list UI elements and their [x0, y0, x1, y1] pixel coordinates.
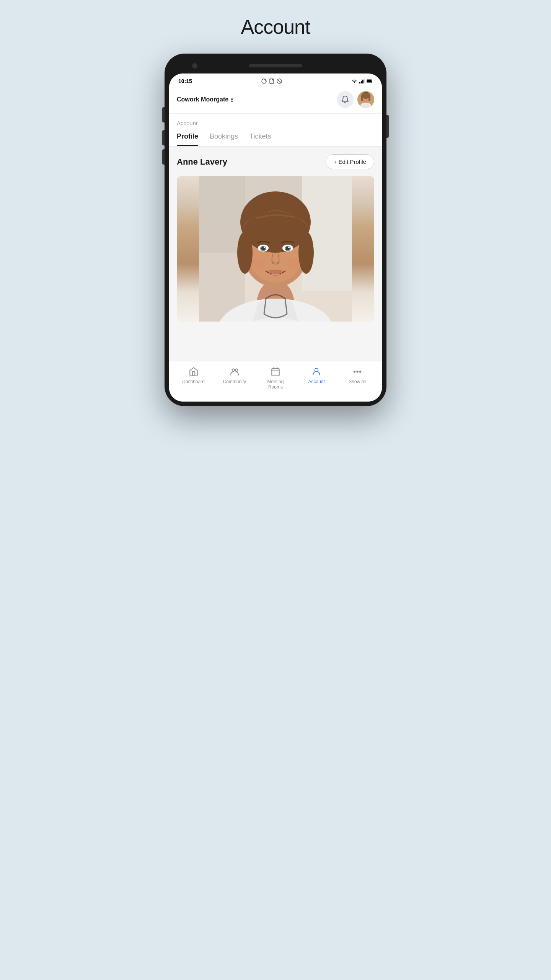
svg-point-41 — [286, 258, 300, 267]
account-label: Account — [169, 114, 382, 128]
svg-point-50 — [357, 371, 358, 372]
svg-rect-7 — [361, 81, 362, 83]
svg-rect-3 — [272, 79, 273, 80]
svg-rect-16 — [361, 96, 363, 101]
svg-point-51 — [360, 371, 361, 372]
svg-point-43 — [235, 369, 238, 371]
community-icon — [230, 367, 240, 377]
workspace-selector[interactable]: Cowork Moorgate ▾ — [177, 96, 233, 103]
block-status-icon — [276, 78, 282, 84]
svg-rect-9 — [364, 78, 365, 83]
account-section: Account Profile Bookings Tickets — [169, 114, 382, 147]
profile-header-row: Anne Lavery + Edit Profile — [177, 154, 374, 169]
wifi-icon — [351, 78, 357, 84]
svg-rect-1 — [270, 79, 274, 83]
tab-tickets[interactable]: Tickets — [249, 128, 271, 146]
tabs-row: Profile Bookings Tickets — [169, 128, 382, 147]
user-name: Anne Lavery — [177, 157, 227, 167]
tab-bookings[interactable]: Bookings — [210, 128, 238, 146]
signal-icon — [359, 78, 365, 84]
svg-point-49 — [354, 371, 355, 372]
nav-label-show-all: Show All — [349, 379, 366, 384]
bell-icon — [341, 95, 349, 104]
svg-rect-21 — [302, 176, 352, 291]
nav-item-account[interactable]: Account — [303, 367, 330, 384]
status-time: 10:15 — [178, 78, 192, 84]
profile-content: Anne Lavery + Edit Profile — [169, 147, 382, 361]
header-actions — [337, 91, 374, 108]
chevron-down-icon: ▾ — [231, 97, 233, 102]
nav-label-community: Community — [223, 379, 246, 384]
profile-photo-svg — [177, 176, 374, 322]
svg-point-39 — [276, 261, 280, 264]
calendar-icon — [271, 367, 280, 377]
nav-item-community[interactable]: Community — [221, 367, 248, 384]
more-icon — [352, 367, 362, 377]
phone-top-bar — [169, 58, 382, 74]
svg-rect-17 — [368, 96, 370, 101]
svg-point-37 — [288, 247, 290, 248]
page-title: Account — [241, 15, 310, 38]
svg-rect-2 — [271, 79, 271, 80]
svg-point-28 — [237, 232, 253, 274]
svg-rect-11 — [367, 80, 371, 82]
nav-item-dashboard[interactable]: Dashboard — [180, 367, 207, 384]
workspace-name: Cowork Moorgate — [177, 96, 228, 103]
sd-status-icon — [269, 78, 275, 84]
svg-rect-6 — [359, 82, 360, 83]
bottom-nav: Dashboard Community — [169, 361, 382, 402]
phone-shell: 10:15 — [165, 54, 386, 406]
nav-label-meeting-rooms: Meeting Rooms — [267, 379, 284, 390]
account-icon — [311, 367, 321, 377]
nav-item-show-all[interactable]: Show All — [344, 367, 371, 384]
svg-point-38 — [271, 261, 275, 264]
status-left-icons — [261, 78, 282, 84]
tab-profile[interactable]: Profile — [177, 128, 198, 146]
svg-point-29 — [298, 232, 314, 274]
nav-label-account: Account — [308, 379, 324, 384]
refresh-status-icon — [261, 78, 267, 84]
profile-photo — [177, 176, 374, 322]
svg-point-33 — [264, 247, 265, 248]
edit-profile-button[interactable]: + Edit Profile — [326, 154, 374, 169]
battery-icon — [367, 78, 373, 84]
camera — [192, 63, 197, 69]
svg-line-5 — [278, 80, 281, 83]
home-icon — [189, 367, 199, 377]
nav-label-dashboard: Dashboard — [182, 379, 205, 384]
phone-screen: 10:15 — [169, 74, 382, 402]
app-header: Cowork Moorgate ▾ — [169, 87, 382, 114]
status-bar: 10:15 — [169, 74, 382, 87]
speaker — [249, 64, 302, 67]
status-right-icons — [351, 78, 373, 84]
svg-rect-44 — [272, 368, 279, 376]
nav-item-meeting-rooms[interactable]: Meeting Rooms — [262, 367, 289, 390]
avatar-image — [357, 91, 374, 108]
user-avatar[interactable] — [357, 91, 374, 108]
notification-button[interactable] — [337, 91, 354, 108]
svg-point-42 — [232, 369, 235, 371]
svg-point-40 — [251, 258, 265, 267]
svg-rect-8 — [362, 80, 364, 83]
